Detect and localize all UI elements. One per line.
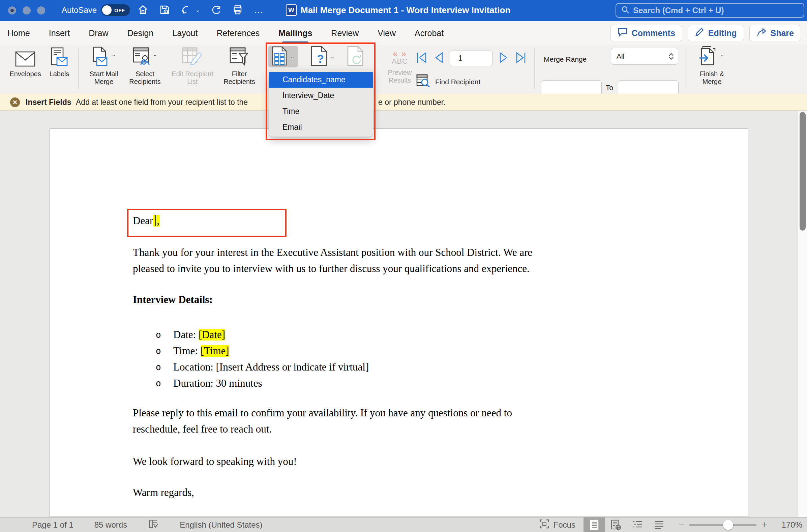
focus-icon[interactable] bbox=[539, 519, 550, 531]
tab-draw[interactable]: Draw bbox=[89, 21, 108, 45]
tab-mailings[interactable]: Mailings bbox=[278, 21, 312, 45]
finish-merge-button[interactable]: ⌄ Finish & Merge bbox=[692, 47, 732, 86]
svg-text:?: ? bbox=[317, 52, 324, 65]
close-button[interactable] bbox=[8, 6, 16, 15]
insert-fields-warning-bar: ✕ Insert Fields Add at least one field f… bbox=[0, 94, 807, 111]
select-recipients-button[interactable]: ⌄ Select Recipients bbox=[126, 47, 165, 86]
start-mail-merge-icon bbox=[92, 46, 110, 68]
chevron-down-icon: ⌄ bbox=[330, 54, 335, 60]
print-icon[interactable] bbox=[232, 4, 243, 15]
tab-references[interactable]: References bbox=[216, 21, 260, 45]
ellipsis-icon[interactable]: … bbox=[254, 6, 263, 13]
web-layout-view-button[interactable] bbox=[605, 517, 627, 532]
zoom-slider-thumb[interactable] bbox=[723, 520, 733, 530]
preview-results-button: « » ABC Preview Results bbox=[384, 50, 415, 84]
finish-merge-icon bbox=[699, 46, 719, 68]
merge-range-value: All bbox=[617, 52, 624, 60]
pencil-icon bbox=[695, 27, 704, 39]
previous-record-icon[interactable] bbox=[434, 52, 444, 65]
tab-acrobat[interactable]: Acrobat bbox=[415, 21, 444, 45]
match-fields-icon: ? bbox=[310, 46, 328, 68]
zoom-percentage[interactable]: 170% bbox=[772, 520, 802, 530]
chevron-down-icon: ⌄ bbox=[290, 54, 295, 60]
editing-button[interactable]: Editing bbox=[688, 25, 744, 41]
tab-insert[interactable]: Insert bbox=[49, 21, 70, 45]
home-icon[interactable] bbox=[137, 4, 148, 15]
text-cursor bbox=[155, 215, 156, 226]
comments-button[interactable]: Comments bbox=[611, 25, 682, 41]
scrollbar-thumb[interactable] bbox=[800, 112, 806, 231]
undo-icon[interactable] bbox=[181, 4, 192, 15]
interview-details-heading: Interview Details: bbox=[133, 292, 213, 308]
zoom-window-button[interactable] bbox=[37, 6, 45, 15]
tab-layout[interactable]: Layout bbox=[172, 21, 197, 45]
insert-merge-field-icon bbox=[271, 46, 288, 67]
greeting-line[interactable]: Dear, bbox=[133, 213, 159, 229]
filter-recipients-button[interactable]: Filter Recipients bbox=[220, 47, 259, 86]
bullet-icon: o bbox=[156, 343, 161, 359]
title-bar: AutoSave OFF ⌄ … W Mail bbox=[0, 0, 807, 21]
update-labels-button bbox=[347, 46, 364, 68]
word-count[interactable]: 85 words bbox=[94, 520, 127, 530]
insert-merge-field-menu: Candidates_name Interview_Date Time Emai… bbox=[269, 70, 373, 137]
share-button[interactable]: Share bbox=[749, 25, 801, 41]
vertical-scrollbar[interactable] bbox=[798, 111, 807, 517]
find-recipient-button[interactable]: Find Recipient bbox=[416, 74, 480, 89]
spellcheck-icon[interactable] bbox=[148, 519, 159, 531]
search-icon bbox=[621, 5, 630, 16]
warning-text-right: e or phone number. bbox=[378, 98, 445, 107]
insert-merge-field-button[interactable]: ⌄ bbox=[268, 46, 298, 68]
autosave-toggle[interactable]: OFF bbox=[101, 4, 130, 16]
menu-item-interview-date[interactable]: Interview_Date bbox=[269, 88, 373, 103]
list-item: o Date: [Date] bbox=[50, 327, 748, 343]
minimize-button[interactable] bbox=[23, 6, 31, 15]
zoom-out-icon[interactable]: − bbox=[678, 520, 685, 530]
match-fields-button[interactable]: ? ⌄ bbox=[310, 46, 335, 68]
last-record-icon[interactable] bbox=[515, 52, 527, 65]
print-layout-view-button[interactable] bbox=[583, 517, 605, 532]
traffic-lights[interactable] bbox=[8, 6, 45, 15]
merge-range-select[interactable]: All bbox=[611, 48, 678, 65]
warning-title: Insert Fields bbox=[26, 98, 71, 107]
draft-view-button[interactable] bbox=[648, 517, 670, 532]
page-indicator[interactable]: Page 1 of 1 bbox=[32, 520, 74, 530]
edit-recipient-list-button: Edit Recipient List bbox=[167, 47, 218, 86]
menu-item-candidates-name[interactable]: Candidates_name bbox=[269, 72, 373, 88]
tab-home[interactable]: Home bbox=[7, 21, 30, 45]
zoom-in-icon[interactable]: + bbox=[761, 520, 767, 530]
editing-label: Editing bbox=[708, 28, 737, 38]
search-input[interactable]: Search (Cmd + Ctrl + U) bbox=[616, 3, 804, 18]
highlighted-time: [Time] bbox=[200, 345, 229, 357]
redo-icon[interactable] bbox=[211, 4, 222, 15]
highlighted-cursor: , bbox=[153, 215, 159, 227]
stepper-icon[interactable] bbox=[669, 53, 674, 60]
labels-button[interactable]: Labels bbox=[46, 47, 73, 78]
merge-range-label: Merge Range bbox=[544, 55, 587, 63]
chevron-down-icon: ⌄ bbox=[153, 52, 157, 58]
status-bar: Page 1 of 1 85 words English (United Sta… bbox=[0, 517, 807, 532]
language-indicator[interactable]: English (United States) bbox=[180, 520, 262, 530]
autosave-state: OFF bbox=[114, 7, 125, 13]
menu-item-email[interactable]: Email bbox=[269, 119, 373, 135]
start-mail-merge-button[interactable]: ⌄ Start Mail Merge bbox=[85, 47, 123, 86]
undo-chevron-icon[interactable]: ⌄ bbox=[195, 7, 200, 13]
focus-label[interactable]: Focus bbox=[554, 520, 575, 530]
envelopes-button[interactable]: Envelopes bbox=[7, 47, 44, 78]
outline-view-button[interactable] bbox=[627, 517, 648, 532]
document-page[interactable]: Dear, Thank you for your interest in the… bbox=[50, 129, 748, 517]
tab-review[interactable]: Review bbox=[331, 21, 359, 45]
error-icon: ✕ bbox=[10, 97, 20, 107]
tab-view[interactable]: View bbox=[378, 21, 396, 45]
find-recipient-label: Find Recipient bbox=[435, 78, 480, 86]
record-number-field[interactable]: 1 bbox=[450, 51, 493, 66]
first-record-icon[interactable] bbox=[415, 52, 427, 65]
bullet-icon: o bbox=[156, 359, 161, 375]
menu-item-time[interactable]: Time bbox=[269, 103, 373, 119]
labels-icon bbox=[50, 47, 69, 68]
save-icon[interactable] bbox=[159, 4, 170, 15]
zoom-slider[interactable] bbox=[689, 524, 756, 526]
paragraph-line: Warm regards, bbox=[133, 484, 194, 501]
toggle-knob bbox=[102, 5, 112, 15]
next-record-icon[interactable] bbox=[499, 52, 509, 65]
tab-design[interactable]: Design bbox=[128, 21, 154, 45]
